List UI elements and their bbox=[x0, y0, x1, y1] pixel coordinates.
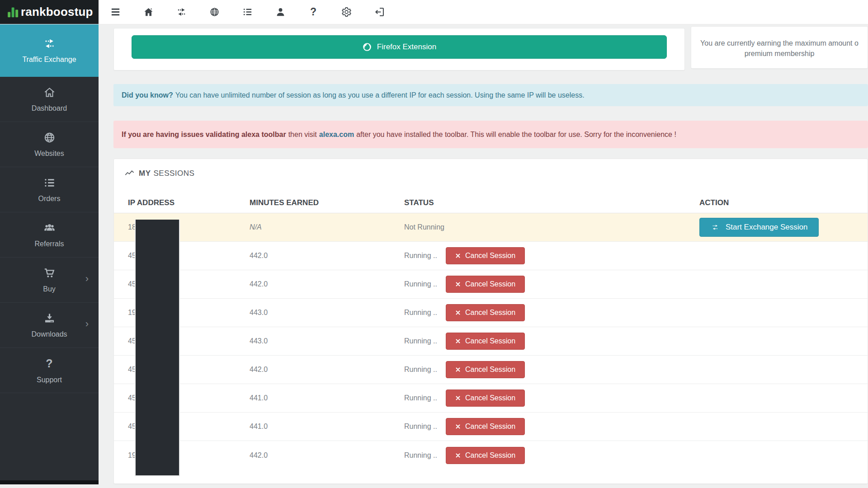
x-icon bbox=[455, 338, 461, 344]
sidebar-item-label: Downloads bbox=[31, 330, 67, 338]
firefox-extension-label: Firefox Extension bbox=[377, 42, 436, 52]
sidebar-item-dashboard[interactable]: Dashboard bbox=[0, 77, 99, 122]
help-icon: ? bbox=[310, 6, 316, 18]
cancel-session-button[interactable]: Cancel Session bbox=[446, 304, 525, 321]
session-minutes: 442.0 bbox=[250, 366, 404, 374]
session-status-cell: Running ..Cancel Session bbox=[404, 276, 699, 293]
globe-button[interactable] bbox=[208, 6, 220, 18]
earnings-notice-line2: premium membership bbox=[691, 48, 868, 59]
top-cards-row: Firefox Extension You are currently earn… bbox=[113, 28, 868, 70]
sidebar-item-downloads[interactable]: Downloads› bbox=[0, 303, 99, 348]
session-row: 45442.0Running ..Cancel Session bbox=[114, 270, 868, 299]
sessions-table-body: 18N/ANot RunningStart Exchange Session45… bbox=[114, 213, 868, 469]
start-exchange-session-button[interactable]: Start Exchange Session bbox=[699, 218, 819, 237]
chevron-right-icon: › bbox=[85, 318, 89, 329]
logout-button[interactable] bbox=[373, 6, 385, 18]
session-status-cell: Running ..Cancel Session bbox=[404, 304, 699, 321]
logout-icon bbox=[374, 7, 385, 17]
session-status: Running .. bbox=[404, 252, 437, 260]
danger-alert-mid: then visit bbox=[288, 131, 317, 139]
list-icon bbox=[43, 177, 56, 189]
sidebar-item-support[interactable]: ?Support bbox=[0, 348, 99, 393]
col-status: STATUS bbox=[404, 198, 699, 207]
danger-alert-lead: If you are having issues validating alex… bbox=[122, 131, 286, 139]
cancel-session-button[interactable]: Cancel Session bbox=[446, 247, 525, 264]
menu-icon bbox=[110, 7, 121, 17]
firefox-icon bbox=[362, 42, 372, 52]
session-status-cell: Not Running bbox=[404, 223, 699, 231]
session-status-cell: Running ..Cancel Session bbox=[404, 333, 699, 350]
firefox-extension-button[interactable]: Firefox Extension bbox=[132, 35, 667, 59]
sidebar-item-label: Dashboard bbox=[32, 104, 67, 113]
sidebar-item-label: Support bbox=[37, 376, 62, 384]
x-icon bbox=[455, 282, 461, 287]
session-row: 18N/ANot RunningStart Exchange Session bbox=[114, 213, 868, 242]
cancel-session-button[interactable]: Cancel Session bbox=[446, 447, 525, 464]
session-status: Running .. bbox=[404, 422, 437, 431]
home-button[interactable] bbox=[142, 6, 154, 18]
sidebar-item-referrals[interactable]: Referrals bbox=[0, 212, 99, 258]
menu-button[interactable] bbox=[109, 6, 121, 18]
user-button[interactable] bbox=[274, 6, 286, 18]
session-status: Running .. bbox=[404, 394, 437, 402]
sidebar-item-orders[interactable]: Orders bbox=[0, 167, 99, 212]
sidebar-item-label: Referrals bbox=[35, 240, 64, 248]
session-minutes: 442.0 bbox=[250, 451, 404, 460]
start-exchange-session-label: Start Exchange Session bbox=[726, 223, 807, 232]
brand-name: rankboostup bbox=[21, 5, 93, 19]
download-icon bbox=[43, 312, 56, 324]
main-content: Firefox Extension You are currently earn… bbox=[99, 24, 868, 488]
topbar-icons: ? bbox=[99, 0, 385, 24]
home-outline-icon bbox=[43, 86, 56, 99]
sessions-title-bold: MY bbox=[139, 169, 151, 178]
sidebar-bottom-bar bbox=[0, 480, 99, 484]
session-row: 19443.0Running ..Cancel Session bbox=[114, 299, 868, 327]
session-row: 45442.0Running ..Cancel Session bbox=[114, 356, 868, 384]
cancel-session-label: Cancel Session bbox=[465, 451, 515, 460]
x-icon bbox=[455, 453, 461, 458]
brand-logo[interactable]: rankboostup bbox=[0, 0, 99, 24]
sidebar-item-buy[interactable]: Buy› bbox=[0, 258, 99, 303]
session-minutes: 442.0 bbox=[250, 252, 404, 260]
chevron-right-icon: › bbox=[85, 272, 89, 284]
sidebar-item-websites[interactable]: Websites bbox=[0, 122, 99, 167]
exchange-white-icon bbox=[711, 224, 720, 231]
globe-icon bbox=[43, 131, 56, 144]
x-icon bbox=[455, 424, 461, 429]
cancel-session-label: Cancel Session bbox=[465, 422, 515, 431]
session-row: 45443.0Running ..Cancel Session bbox=[114, 327, 868, 356]
cancel-session-button[interactable]: Cancel Session bbox=[446, 418, 525, 435]
info-alert-text: You can have unlimited number of session… bbox=[175, 91, 585, 99]
cancel-session-label: Cancel Session bbox=[465, 366, 515, 374]
session-status: Running .. bbox=[404, 366, 437, 374]
settings-icon bbox=[341, 7, 352, 17]
x-icon bbox=[455, 395, 461, 401]
orders-list-button[interactable] bbox=[241, 6, 253, 18]
cancel-session-button[interactable]: Cancel Session bbox=[446, 276, 525, 293]
user-icon bbox=[275, 7, 286, 17]
cancel-session-button[interactable]: Cancel Session bbox=[446, 361, 525, 378]
session-minutes: 442.0 bbox=[250, 280, 404, 288]
alexa-link[interactable]: alexa.com bbox=[319, 131, 354, 139]
cancel-session-button[interactable]: Cancel Session bbox=[446, 333, 525, 350]
cancel-session-label: Cancel Session bbox=[465, 252, 515, 260]
earnings-notice-line1: You are currently earning the maximum am… bbox=[691, 38, 868, 48]
earnings-card: You are currently earning the maximum am… bbox=[691, 26, 868, 69]
session-status: Running .. bbox=[404, 309, 437, 317]
session-status-cell: Running ..Cancel Session bbox=[404, 247, 699, 264]
settings-button[interactable] bbox=[340, 6, 352, 18]
cancel-session-label: Cancel Session bbox=[465, 337, 515, 345]
session-action-cell: Start Exchange Session bbox=[699, 218, 868, 237]
session-row: 45441.0Running ..Cancel Session bbox=[114, 384, 868, 413]
session-status-cell: Running ..Cancel Session bbox=[404, 418, 699, 435]
help-button[interactable]: ? bbox=[307, 6, 319, 18]
question-icon: ? bbox=[46, 357, 52, 370]
session-minutes: 441.0 bbox=[250, 422, 404, 431]
sidebar-item-label: Buy bbox=[43, 285, 56, 293]
session-row: 45442.0Running ..Cancel Session bbox=[114, 242, 868, 270]
x-icon bbox=[455, 310, 461, 315]
traffic-exchange-button[interactable] bbox=[175, 6, 187, 18]
col-minutes-earned: MINUTES EARNED bbox=[250, 198, 404, 207]
cancel-session-button[interactable]: Cancel Session bbox=[446, 389, 525, 407]
sidebar-item-traffic-exchange[interactable]: Traffic Exchange bbox=[0, 24, 99, 77]
